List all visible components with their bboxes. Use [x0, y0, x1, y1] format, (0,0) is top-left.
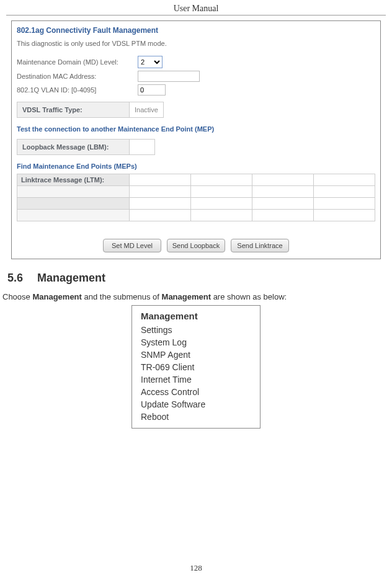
ltm-cell [130, 210, 190, 221]
send-loopback-button[interactable]: Send Loopback [167, 239, 225, 252]
cfm-title: 802.1ag Connectivity Fault Management [17, 26, 375, 35]
page-header: User Manual [6, 0, 386, 16]
ltm-table: Linktrace Message (LTM): [17, 174, 375, 221]
vlan-label: 802.1Q VLAN ID: [0-4095] [17, 86, 138, 94]
lbm-label-cell: Loopback Message (LBM): [17, 140, 129, 154]
ltm-cell [252, 198, 313, 209]
md-level-select[interactable]: 2 [138, 56, 163, 68]
vlan-row: 802.1Q VLAN ID: [0-4095] [17, 84, 375, 96]
lbm-table: Loopback Message (LBM): [17, 139, 155, 155]
test-mep-heading: Test the connection to another Maintenan… [17, 125, 375, 133]
section-title: Management [37, 272, 105, 284]
cfm-desc: This diagnostic is only used for VDSL PT… [17, 40, 375, 47]
ltm-cell [314, 174, 375, 185]
submenu-item-tr069[interactable]: TR-069 Client [141, 362, 251, 372]
cfm-screenshot: 802.1ag Connectivity Fault Management Th… [11, 20, 381, 259]
dest-mac-label: Destination MAC Address: [17, 73, 138, 80]
ltm-cell [252, 210, 313, 221]
ltm-cell [130, 174, 190, 185]
ltm-label-empty [17, 186, 129, 197]
button-row: Set MD Level Send Loopback Send Linktrac… [17, 239, 375, 252]
ltm-cell [314, 198, 375, 209]
dest-mac-row: Destination MAC Address: [17, 71, 375, 82]
set-md-level-button[interactable]: Set MD Level [103, 239, 161, 252]
ltm-label-cell: Linktrace Message (LTM): [17, 174, 129, 185]
submenu-item-internet-time[interactable]: Internet Time [141, 375, 251, 385]
body-pre: Choose [2, 292, 32, 301]
submenu-item-system-log[interactable]: System Log [141, 337, 251, 347]
body-bold2: Management [162, 292, 211, 301]
submenu-item-reboot[interactable]: Reboot [141, 412, 251, 422]
ltm-label-empty [17, 198, 129, 209]
vdsl-label-cell: VDSL Traffic Type: [17, 102, 129, 117]
submenu-item-update-software[interactable]: Update Software [141, 399, 251, 409]
body-mid: and the submenus of [82, 292, 162, 301]
lbm-value-cell [130, 140, 154, 154]
vlan-input[interactable] [138, 84, 166, 96]
section-number: 5.6 [7, 272, 37, 285]
ltm-cell [252, 174, 313, 185]
section-body: Choose Management and the submenus of Ma… [2, 292, 390, 301]
ltm-cell [314, 186, 375, 197]
ltm-label-empty [17, 210, 129, 221]
submenu-item-settings[interactable]: Settings [141, 325, 251, 335]
md-level-label: Maintenance Domain (MD) Level: [17, 58, 138, 66]
send-linktrace-button[interactable]: Send Linktrace [231, 239, 289, 252]
vdsl-value-cell: Inactive [130, 102, 163, 117]
management-submenu-screenshot: Management Settings System Log SNMP Agen… [131, 305, 261, 429]
ltm-cell [191, 210, 252, 221]
body-post: are shown as below: [211, 292, 287, 301]
ltm-cell [191, 186, 252, 197]
section-heading: 5.6Management [7, 272, 392, 285]
ltm-cell [130, 186, 190, 197]
find-mep-heading: Find Maintenance End Points (MEPs) [17, 162, 375, 170]
submenu-item-snmp-agent[interactable]: SNMP Agent [141, 350, 251, 360]
submenu-item-access-control[interactable]: Access Control [141, 387, 251, 397]
page-number: 128 [0, 563, 392, 573]
vdsl-table: VDSL Traffic Type: Inactive [17, 102, 164, 118]
ltm-cell [191, 198, 252, 209]
ltm-cell [130, 198, 190, 209]
md-level-row: Maintenance Domain (MD) Level: 2 [17, 56, 375, 68]
ltm-cell [252, 186, 313, 197]
ltm-cell [191, 174, 252, 185]
dest-mac-input[interactable] [138, 71, 200, 82]
body-bold1: Management [32, 292, 81, 301]
ltm-cell [314, 210, 375, 221]
submenu-head: Management [141, 311, 251, 321]
